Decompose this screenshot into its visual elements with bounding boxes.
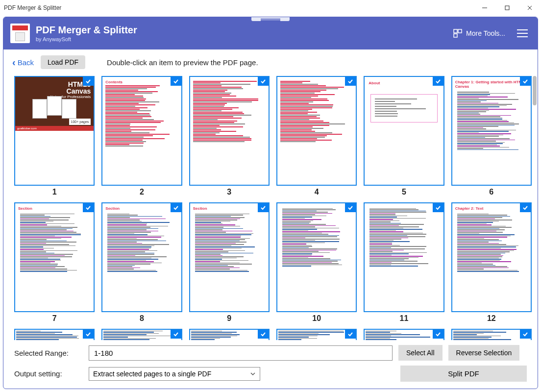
reverse-selection-button[interactable]: Reverse Selection [448,345,520,361]
page-number: 10 [312,314,321,323]
selected-check-icon [433,330,443,339]
svg-rect-4 [454,29,457,33]
page-thumbnail[interactable]: Chapter 1: Getting started with HTML5 Ca… [451,76,532,196]
selected-check-icon [345,77,356,86]
selected-check-icon [171,203,181,212]
page-number: 9 [227,314,231,323]
selected-check-icon [171,77,181,86]
page-thumbnail[interactable]: 3 [189,76,270,196]
load-pdf-button[interactable]: Load PDF [41,55,85,69]
selected-check-icon [83,330,94,339]
page-thumbnail[interactable]: 4 [276,76,357,196]
page-thumbnail[interactable]: Section8 [101,202,182,323]
output-select[interactable]: Extract selected pages to a single PDF [89,367,260,381]
selected-check-icon [258,77,269,86]
grid-icon [453,29,462,38]
page-thumbnail[interactable]: About5 [364,76,444,196]
page-thumbnail[interactable] [276,329,357,340]
selected-check-icon [83,203,94,212]
chevron-down-icon [250,371,256,377]
page-number: 1 [52,188,57,196]
hint-text: Double-click an item to preview the PDF … [107,58,258,67]
page-thumbnail[interactable]: HTML5CanvasNotes for Professionals100+ p… [14,76,95,196]
window-title: PDF Merger & Splitter [4,4,61,11]
output-label: Output setting: [14,369,83,378]
selected-check-icon [258,203,269,212]
page-number: 7 [52,314,57,323]
split-pdf-button[interactable]: Split PDF [400,366,527,382]
back-button[interactable]: Back [12,58,34,67]
menu-button[interactable] [515,27,530,39]
page-thumbnail[interactable] [364,329,444,340]
app-logo-icon [10,24,30,43]
page-number: 5 [402,188,406,196]
selected-check-icon [520,330,531,339]
output-select-value: Extract selected pages to a single PDF [93,370,211,378]
more-tools-button[interactable]: More Tools... [453,29,505,38]
selected-check-icon [433,203,443,212]
scrollbar[interactable] [533,76,537,105]
app-title: PDF Merger & Splitter [36,24,453,35]
page-thumbnail[interactable]: Contents2 [101,76,182,196]
window-maximize-button[interactable] [496,0,518,16]
app-header: PDF Merger & Splitter by AnywaySoft More… [3,17,538,49]
page-number: 12 [487,314,496,323]
page-thumbnail[interactable] [189,329,270,340]
page-thumbnail[interactable] [451,329,532,340]
bottom-panel: Selected Range: Select All Reverse Selec… [3,340,538,389]
page-thumbnail[interactable]: Section9 [189,202,270,323]
selected-check-icon [345,203,356,212]
selected-check-icon [258,330,269,339]
selected-check-icon [433,77,443,86]
selected-check-icon [520,77,531,86]
window-titlebar: PDF Merger & Splitter [0,0,541,16]
page-thumbnail[interactable]: Section7 [14,202,95,323]
page-number: 4 [315,188,319,196]
page-number: 8 [140,314,144,323]
range-label: Selected Range: [14,349,83,357]
selected-check-icon [345,330,356,339]
toolbar: Back Load PDF Double-click an item to pr… [3,49,538,74]
page-thumbnail[interactable]: 10 [276,202,357,323]
page-number: 11 [400,314,409,323]
page-thumbnail[interactable] [101,329,182,340]
page-thumbnail[interactable] [14,329,95,340]
page-number: 6 [489,188,493,196]
window-minimize-button[interactable] [473,0,496,16]
select-all-button[interactable]: Select All [398,345,443,361]
svg-rect-1 [505,6,509,10]
selected-check-icon [520,203,531,212]
page-thumbnail[interactable]: 11 [364,202,444,323]
selected-check-icon [171,330,181,339]
page-number: 3 [227,188,231,196]
drag-handle[interactable] [251,17,290,22]
page-number: 2 [140,188,144,196]
range-input[interactable] [89,345,393,361]
selected-check-icon [83,77,94,86]
svg-rect-5 [458,29,462,33]
app-subtitle: by AnywaySoft [36,36,453,42]
window-close-button[interactable] [518,0,541,16]
more-tools-label: More Tools... [466,29,505,37]
page-thumbnail[interactable]: Chapter 2: Text12 [451,202,532,323]
svg-rect-6 [454,34,457,37]
pages-area: HTML5CanvasNotes for Professionals100+ p… [3,74,538,340]
